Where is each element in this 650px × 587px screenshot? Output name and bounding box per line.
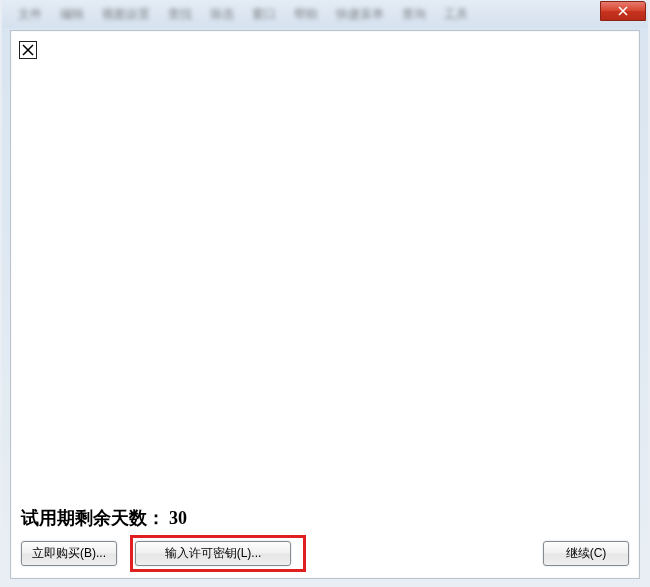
menu-item: 文件 xyxy=(18,6,42,23)
trial-remaining-text: 试用期剩余天数：30 xyxy=(21,506,187,530)
menu-item: 筛选 xyxy=(210,6,234,23)
trial-label: 试用期剩余天数： xyxy=(21,508,165,528)
menu-item: 帮助 xyxy=(294,6,318,23)
buy-now-button[interactable]: 立即购买(B)... xyxy=(21,541,117,566)
continue-button[interactable]: 继续(C) xyxy=(543,541,629,566)
menu-item: 窗口 xyxy=(252,6,276,23)
menu-item: 查找 xyxy=(168,6,192,23)
close-icon xyxy=(618,6,628,16)
window-frame: 文件 编辑 视图设置 查找 筛选 窗口 帮助 快捷菜单 查询 工具 试用期剩余天… xyxy=(2,0,648,585)
menu-item: 工具 xyxy=(444,6,468,23)
dialog-body: 试用期剩余天数：30 立即购买(B)... 输入许可密钥(L)... 继续(C) xyxy=(10,30,640,579)
broken-image-icon xyxy=(19,41,37,59)
menu-item: 编辑 xyxy=(60,6,84,23)
menu-item: 快捷菜单 xyxy=(336,6,384,23)
trial-days-value: 30 xyxy=(169,508,187,528)
menu-item: 查询 xyxy=(402,6,426,23)
menu-item: 视图设置 xyxy=(102,6,150,23)
titlebar: 文件 编辑 视图设置 查找 筛选 窗口 帮助 快捷菜单 查询 工具 xyxy=(2,0,648,28)
close-button[interactable] xyxy=(600,1,646,21)
menu-bar: 文件 编辑 视图设置 查找 筛选 窗口 帮助 快捷菜单 查询 工具 xyxy=(10,6,468,23)
enter-license-button[interactable]: 输入许可密钥(L)... xyxy=(135,541,291,566)
button-row: 立即购买(B)... 输入许可密钥(L)... 继续(C) xyxy=(21,541,629,566)
